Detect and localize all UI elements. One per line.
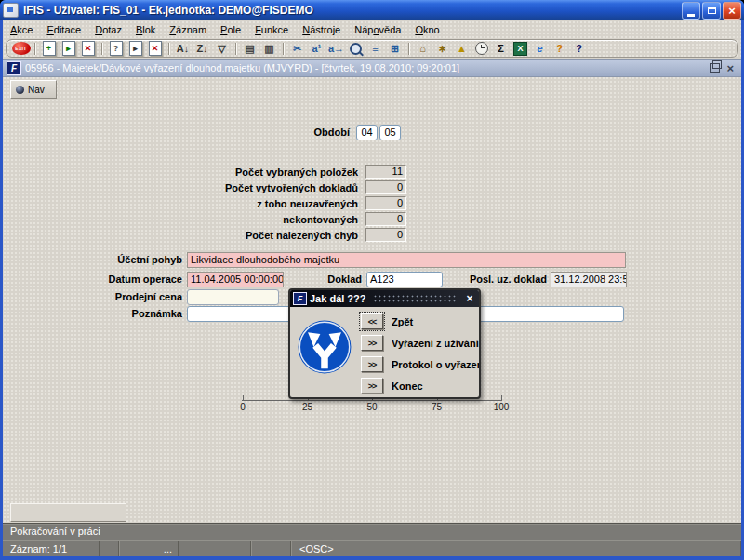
osc-indicator: <OSC> [291, 541, 741, 556]
counter-row: z toho neuzavřených0 [142, 195, 406, 211]
sum-icon[interactable]: Σ [491, 40, 511, 57]
menu-item-okno[interactable]: Okno [415, 24, 439, 35]
mountain-icon[interactable]: ▲ [452, 40, 472, 57]
ucetni-pohyb-field[interactable]: Likvidace dlouhodobého majetku [187, 252, 626, 268]
dialog-button-label: Vyřazení z užívání [392, 338, 479, 349]
filter-icon[interactable]: ▽ [212, 40, 232, 57]
ucetni-pohyb-label: Účetní pohyb [43, 252, 182, 268]
translate-icon[interactable]: a→ [326, 40, 346, 57]
menu-item-nástroje[interactable]: Nástroje [302, 24, 340, 35]
mdi-close-icon[interactable]: × [726, 62, 734, 74]
dialog-button-row: >>Vyřazení z užívání [361, 335, 481, 351]
toolbar-icons: EXIT+▸✕?▸✕A↓Z↓▽▤▥✂a¹a→≡⊞⌂∗▲ΣXe?? [6, 39, 738, 58]
support-icon[interactable]: ? [550, 40, 569, 57]
menu-item-záznam[interactable]: Záznam [169, 24, 206, 35]
maximize-button[interactable] [702, 2, 721, 20]
minimize-button[interactable] [682, 2, 700, 20]
obdobi-field-1[interactable]: 04 [356, 125, 378, 140]
dialog-titlebar[interactable]: F Jak dál ??? × [290, 290, 479, 307]
menu-item-nápověda[interactable]: Nápověda [354, 24, 401, 35]
ruler-tick-label: 100 [494, 402, 510, 412]
dialog-buttons: <<Zpět>>Vyřazení z užívání>>Protokol o v… [361, 313, 481, 393]
dialog-title: Jak dál ??? [310, 293, 366, 304]
counter-field: 0 [365, 212, 406, 226]
star-icon[interactable]: ∗ [432, 40, 452, 57]
insert-record-icon[interactable]: ▸ [59, 40, 78, 57]
dialog-button-konec[interactable]: >> [361, 378, 383, 393]
delete-record-icon[interactable]: ✕ [78, 40, 98, 57]
ruler-tick-label: 25 [302, 402, 312, 412]
mdi-titlebar[interactable]: F 05956 - Majetek/Dávkové vyřazení dlouh… [3, 59, 741, 77]
dialog-button-label: Konec [392, 380, 423, 392]
exit-icon[interactable]: EXIT [11, 40, 31, 57]
cut-icon[interactable]: ✂ [287, 40, 307, 57]
jak-dal-dialog: F Jak dál ??? × <<Zpět>>Vyřazení z užívá… [288, 288, 481, 399]
tree-icon[interactable]: ⊞ [385, 40, 405, 57]
print-icon[interactable]: ▤ [240, 40, 259, 57]
poznamka-label: Poznámka [43, 306, 182, 322]
counters-block: Počet vybraných položek11Počet vytvořený… [142, 164, 406, 243]
ruler-tick-label: 0 [240, 402, 246, 412]
menu-item-akce[interactable]: Akce [10, 24, 33, 35]
search-icon[interactable] [346, 40, 365, 57]
counter-label: Počet vytvořených dokladů [142, 182, 365, 193]
close-button[interactable]: × [723, 2, 741, 20]
sort-asc-icon[interactable]: A↓ [173, 40, 193, 57]
clear-block-icon[interactable]: ✕ [145, 40, 165, 57]
dialog-button-vy-azen-z-u-v-n-[interactable]: >> [361, 335, 383, 351]
excel-icon[interactable]: X [511, 40, 530, 57]
toolbar-separator [168, 43, 169, 55]
window-titlebar[interactable]: iFIS - Uživatel: FIS_01 - Ek.jednotka: D… [0, 0, 744, 20]
menu-item-dotaz[interactable]: Dotaz [95, 24, 122, 35]
duplicate-record-icon[interactable]: ▸ [126, 40, 145, 57]
doklad-label: Doklad [297, 272, 362, 287]
datum-operace-field[interactable]: 11.04.2005 00:00:00 [187, 272, 284, 287]
doklad-field[interactable]: A123 [366, 272, 443, 287]
spellcheck-icon[interactable]: a¹ [307, 40, 326, 57]
status-cell-empty-3 [251, 541, 291, 556]
status-cell-empty-1 [100, 541, 119, 556]
ruler-tick-label: 75 [432, 402, 442, 412]
sort-desc-icon[interactable]: Z↓ [193, 40, 212, 57]
dialog-close-icon[interactable]: × [463, 292, 476, 305]
toolbar-separator [283, 43, 284, 55]
menu-item-blok[interactable]: Blok [136, 24, 155, 35]
organizer-icon[interactable]: ⌂ [413, 40, 432, 57]
dialog-body: <<Zpět>>Vyřazení z užívání>>Protokol o v… [290, 307, 479, 397]
print-preview-icon[interactable]: ▥ [259, 40, 279, 57]
nav-tab[interactable]: Nav [10, 80, 57, 99]
counter-field: 0 [365, 180, 406, 194]
mdi-restore-icon[interactable] [710, 63, 720, 73]
counter-field: 11 [365, 165, 406, 179]
ruler-tick [243, 395, 244, 401]
prodejni-cena-field[interactable] [187, 289, 279, 305]
dialog-button-protokol-o-vy-azen-[interactable]: >> [361, 356, 383, 372]
browser-icon[interactable]: e [530, 40, 550, 57]
list-icon[interactable]: ≡ [365, 40, 385, 57]
status-cells: Záznam: 1/1 ... <OSC> [3, 540, 741, 556]
menu-item-pole[interactable]: Pole [220, 24, 241, 35]
counter-label: Počet vybraných položek [142, 167, 365, 178]
dialog-ifis-icon: F [293, 292, 307, 305]
window-controls: × [682, 2, 741, 20]
nav-globe-icon [16, 86, 24, 94]
dialog-title-dots [373, 294, 457, 304]
toolbar-separator [408, 43, 409, 55]
clock-icon[interactable] [472, 40, 491, 57]
toolbar-separator [235, 43, 236, 55]
menu-item-editace[interactable]: Editace [46, 24, 81, 35]
status-message: Pokračování v práci [3, 524, 741, 540]
dialog-button-zp-t[interactable]: << [361, 313, 383, 329]
toolbar-separator [34, 43, 35, 55]
obdobi-field-2[interactable]: 05 [379, 125, 401, 140]
mdi-window-title: 05956 - Majetek/Dávkové vyřazení dlouhod… [25, 62, 706, 73]
help-icon[interactable]: ? [569, 40, 589, 57]
copy-record-icon[interactable]: ? [106, 40, 126, 57]
menu-item-funkce[interactable]: Funkce [255, 24, 288, 35]
new-record-icon[interactable]: + [39, 40, 59, 57]
dialog-button-label: Zpět [392, 316, 413, 327]
client-area: AkceEditaceDotazBlokZáznamPoleFunkceNást… [3, 20, 741, 556]
counter-field: 0 [365, 196, 406, 210]
bottom-blank-tab [10, 503, 126, 522]
fork-road-sign-icon [298, 320, 352, 374]
